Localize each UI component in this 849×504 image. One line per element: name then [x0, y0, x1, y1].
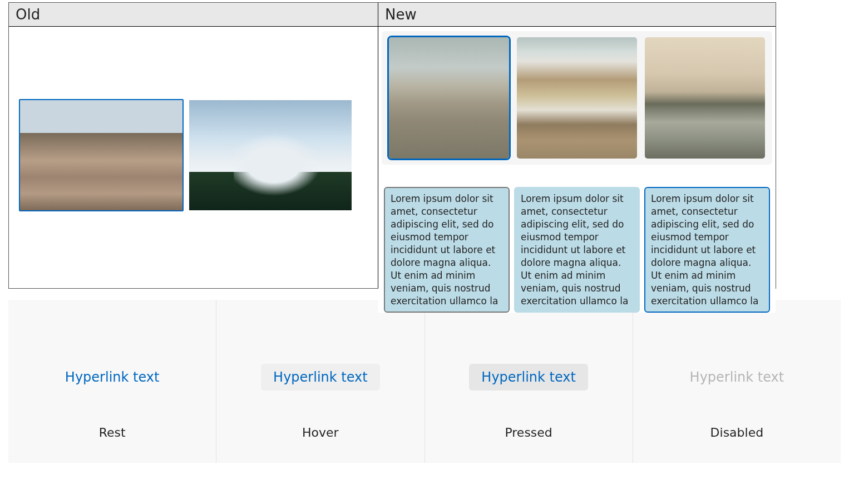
comparison-table: Old New: [8, 2, 776, 289]
old-header: Old: [9, 3, 378, 27]
new-thumbnail-row: [382, 31, 772, 165]
cityscape-image-placeholder: [389, 37, 509, 159]
old-image-row: [19, 99, 353, 211]
state-label-rest: Rest: [99, 426, 126, 439]
new-thumb-river[interactable]: [643, 36, 767, 160]
new-body: Lorem ipsum dolor sit amet, consectetur …: [378, 27, 776, 313]
hyperlink-states-panel: Hyperlink text Rest Hyperlink text Hover…: [8, 300, 841, 463]
state-cell-pressed: Hyperlink text Pressed: [425, 300, 633, 463]
old-image-gateway[interactable]: [19, 99, 184, 211]
lorem-card-blue-border[interactable]: Lorem ipsum dolor sit amet, consectetur …: [644, 187, 770, 313]
new-thumb-cityscape[interactable]: [387, 36, 511, 160]
new-header: New: [378, 3, 776, 27]
houses-image-placeholder: [517, 37, 637, 159]
state-cell-hover: Hyperlink text Hover: [216, 300, 424, 463]
river-image-placeholder: [645, 37, 765, 159]
old-body: [9, 27, 378, 288]
lorem-card-row: Lorem ipsum dolor sit amet, consectetur …: [384, 187, 770, 313]
new-thumb-houses[interactable]: [515, 36, 639, 160]
state-label-disabled: Disabled: [710, 426, 764, 439]
state-cell-rest: Hyperlink text Rest: [8, 300, 216, 463]
mountain-image-placeholder: [189, 100, 352, 210]
comparison-column-old: Old: [9, 3, 378, 288]
hyperlink-disabled: Hyperlink text: [678, 364, 797, 391]
state-label-hover: Hover: [302, 426, 339, 439]
hyperlink-rest[interactable]: Hyperlink text: [53, 364, 172, 391]
old-image-mountain[interactable]: [188, 99, 353, 211]
hyperlink-hover[interactable]: Hyperlink text: [261, 364, 380, 391]
state-label-pressed: Pressed: [505, 426, 552, 439]
state-cell-disabled: Hyperlink text Disabled: [633, 300, 841, 463]
comparison-column-new: New Lorem ipsum dolor sit amet, consecte…: [378, 3, 776, 288]
lorem-card-gray-border[interactable]: Lorem ipsum dolor sit amet, consectetur …: [384, 187, 510, 313]
lorem-card-no-border[interactable]: Lorem ipsum dolor sit amet, consectetur …: [514, 187, 640, 313]
gateway-image-placeholder: [20, 100, 182, 210]
hyperlink-pressed[interactable]: Hyperlink text: [469, 364, 588, 391]
